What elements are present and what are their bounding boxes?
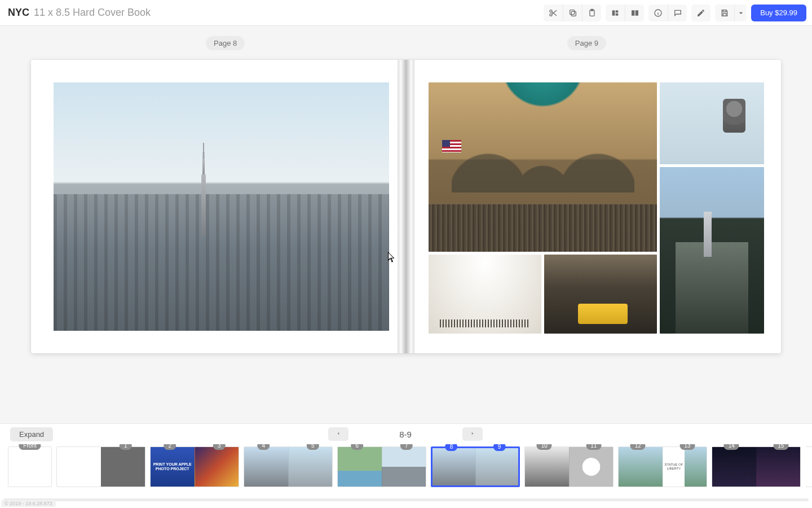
comment-icon — [673, 8, 682, 17]
photo-taxi-steam[interactable] — [544, 255, 657, 334]
thumb-badge: 10 — [537, 444, 552, 450]
thumb-badge: 15 — [773, 444, 788, 450]
info-icon — [654, 8, 663, 17]
thumb-overflow[interactable] — [805, 446, 812, 487]
thumb-badge: 6 — [351, 444, 364, 450]
thumb-badge: 12 — [630, 444, 646, 450]
document-title: NYC — [8, 7, 29, 19]
thumb-badge: 9 — [493, 444, 506, 451]
right-page-chip: Page 9 — [567, 36, 606, 50]
thumb-spread-12-13[interactable]: 12 13 STATUE OF LIBERTY — [618, 446, 707, 487]
thumb-badge: Front — [19, 444, 41, 450]
info-button[interactable] — [648, 5, 668, 21]
book-icon — [630, 8, 639, 17]
chevron-down-icon — [736, 8, 745, 17]
top-toolbar: NYC 11 x 8.5 Hard Cover Book — [0, 0, 812, 26]
save-button[interactable] — [715, 5, 734, 21]
spread-button[interactable] — [625, 5, 644, 21]
layout-group — [606, 5, 644, 21]
book-spread[interactable] — [31, 60, 781, 353]
pager: 8-9 — [328, 427, 483, 441]
photo-grand-central[interactable] — [429, 82, 657, 252]
photo-binoculars[interactable] — [660, 82, 764, 164]
cut-button[interactable] — [544, 5, 563, 21]
page-labels: Page 8 Page 9 — [31, 36, 781, 50]
page-left[interactable] — [31, 60, 412, 353]
thumb-badge: 7 — [400, 444, 413, 450]
clipboard-group — [544, 5, 601, 21]
next-spread-button[interactable] — [462, 427, 483, 441]
filmstrip-panel: Expand 8-9 Front 1 — [0, 423, 812, 508]
photo-nyc-skyline[interactable] — [54, 82, 389, 331]
chevron-left-icon — [336, 430, 341, 439]
info-group — [648, 5, 687, 21]
save-menu-button[interactable] — [734, 5, 747, 21]
comment-button[interactable] — [668, 5, 687, 21]
thumb-text: PRINT YOUR APPLE PHOTO PROJECT — [151, 462, 195, 472]
thumb-spread-6-7[interactable]: 6 7 — [337, 446, 426, 487]
thumb-badge: 4 — [258, 444, 270, 450]
expand-button[interactable]: Expand — [10, 427, 53, 441]
thumb-badge: 11 — [586, 444, 601, 450]
layout-icon — [611, 8, 620, 17]
thumb-badge: 3 — [213, 444, 226, 450]
save-icon — [720, 8, 729, 17]
layout-button[interactable] — [606, 5, 625, 21]
edit-button[interactable] — [691, 5, 710, 21]
thumb-badge: 14 — [724, 444, 739, 450]
copyright-label: © 2019 - 19.6.28.873 — [1, 500, 56, 507]
thumb-spread-4-5[interactable]: 4 5 — [244, 446, 333, 487]
thumb-badge: 2 — [164, 444, 176, 450]
scissors-icon — [549, 8, 558, 17]
svg-rect-11 — [723, 13, 726, 16]
thumb-badge: 13 — [679, 444, 695, 450]
chevron-right-icon — [470, 430, 475, 439]
thumb-spread-10-11[interactable]: 10 11 — [524, 446, 614, 487]
thumb-badge: 1 — [120, 444, 132, 450]
thumb-text: STATUE OF LIBERTY — [663, 463, 685, 471]
svg-rect-3 — [570, 10, 574, 14]
paste-button[interactable] — [582, 5, 601, 21]
photo-street-canyon[interactable] — [660, 167, 764, 334]
edit-group — [691, 5, 710, 21]
paste-icon — [588, 8, 597, 17]
photo-oculus[interactable] — [429, 255, 541, 334]
copy-icon — [568, 8, 577, 17]
thumb-spread-8-9[interactable]: 8 9 — [431, 446, 520, 487]
buy-button[interactable]: Buy $29.99 — [751, 5, 806, 21]
thumb-spread-14-15[interactable]: 14 15 — [712, 446, 801, 487]
svg-rect-2 — [571, 11, 576, 16]
copy-button[interactable] — [563, 5, 582, 21]
save-group — [715, 5, 747, 21]
svg-rect-10 — [723, 10, 726, 11]
editor-canvas: Page 8 Page 9 — [0, 26, 812, 423]
horizontal-scrollbar[interactable] — [3, 498, 809, 501]
svg-rect-6 — [612, 10, 615, 15]
page-right[interactable] — [412, 60, 781, 353]
prev-spread-button[interactable] — [328, 427, 348, 441]
thumb-spread-2-3[interactable]: 2 3 PRINT YOUR APPLE PHOTO PROJECT — [150, 446, 239, 487]
document-subtitle: 11 x 8.5 Hard Cover Book — [34, 7, 151, 19]
thumb-spread-1[interactable]: 1 — [56, 446, 145, 487]
thumb-badge: 8 — [445, 444, 458, 451]
svg-rect-8 — [616, 13, 619, 15]
svg-point-0 — [550, 10, 552, 12]
mouse-cursor-icon — [388, 252, 396, 263]
left-page-chip: Page 8 — [206, 36, 245, 50]
pencil-icon — [696, 8, 705, 17]
svg-rect-7 — [616, 10, 619, 12]
svg-point-1 — [550, 14, 552, 16]
current-spread-label: 8-9 — [399, 430, 412, 439]
thumb-badge: 5 — [307, 444, 319, 450]
book-spine — [398, 60, 414, 353]
thumb-front[interactable]: Front — [8, 446, 52, 487]
